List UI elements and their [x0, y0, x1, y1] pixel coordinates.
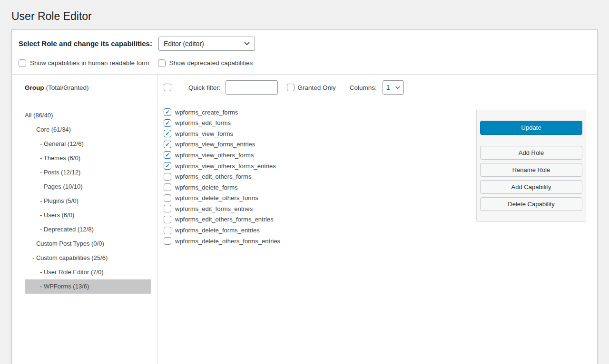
- group-tree-item-label: - User Role Editor (7/0): [40, 268, 104, 276]
- capability-name: wpforms_edit_others_forms: [175, 173, 251, 180]
- quick-filter-label: Quick filter:: [188, 84, 221, 91]
- columns-label: Columns:: [350, 84, 377, 91]
- capability-name: wpforms_view_others_forms_entries: [175, 163, 276, 170]
- group-tree-item-label: - Plugins (5/0): [40, 197, 79, 204]
- capability-checkbox[interactable]: [164, 237, 171, 245]
- group-tree-item-core[interactable]: - Core (61/34): [25, 123, 151, 137]
- role-select[interactable]: Editor (editor): [158, 37, 255, 51]
- capability-checkbox[interactable]: [164, 119, 171, 127]
- capability-checkbox[interactable]: [164, 227, 171, 234]
- capability-name: wpforms_create_forms: [175, 109, 238, 116]
- capability-checkbox[interactable]: [164, 108, 171, 116]
- group-tree-item-label: - Custom capabilities (25/6): [32, 254, 108, 261]
- options-row: Show capabilities in human readable form…: [12, 51, 597, 74]
- capability-name: wpforms_delete_forms_entries: [175, 227, 260, 234]
- add-role-button[interactable]: Add Role: [480, 146, 582, 160]
- human-readable-label[interactable]: Show capabilities in human readable form: [30, 59, 149, 67]
- group-tree-item-custom-capabilities[interactable]: - Custom capabilities (25/6): [25, 251, 151, 265]
- group-tree-item-all[interactable]: All (86/40): [25, 108, 151, 123]
- capability-name: wpforms_delete_others_forms_entries: [175, 238, 280, 245]
- role-select-label: Select Role and change its capabilities:: [19, 39, 152, 48]
- group-tree-item-deprecated[interactable]: - Deprecated (12/8): [25, 222, 151, 237]
- group-tree-item-general[interactable]: - General (12/6): [25, 137, 151, 151]
- show-deprecated-label[interactable]: Show deprecated capabilities: [169, 59, 253, 67]
- group-tree-item-label: - General (12/6): [40, 140, 84, 147]
- group-tree-item-label: - Custom Post Types (0/0): [32, 240, 104, 247]
- groups-sidebar: Group (Total/Granted) All (86/40)- Core …: [12, 75, 157, 364]
- role-select-value: Editor (editor): [164, 40, 204, 48]
- capability-checkbox[interactable]: [164, 194, 171, 202]
- capability-name: wpforms_view_forms: [175, 130, 233, 137]
- actions-panel: Update Add RoleRename RoleAdd Capability…: [476, 110, 586, 222]
- capability-checkbox[interactable]: [164, 216, 171, 223]
- group-tree: All (86/40)- Core (61/34)- General (12/6…: [12, 101, 157, 294]
- group-tree-item-custom-post-types[interactable]: - Custom Post Types (0/0): [25, 237, 151, 251]
- granted-only-checkbox[interactable]: [287, 84, 295, 91]
- human-readable-checkbox[interactable]: [19, 59, 26, 67]
- group-tree-item-pages[interactable]: - Pages (10/10): [25, 180, 151, 194]
- group-tree-item-user-role-editor[interactable]: - User Role Editor (7/0): [25, 265, 151, 279]
- group-tree-item-label: All (86/40): [25, 112, 53, 119]
- rename-role-button[interactable]: Rename Role: [480, 163, 582, 177]
- group-tree-item-label: - Deprecated (12/8): [40, 226, 94, 233]
- group-tree-item-label: - Posts (12/12): [40, 169, 80, 176]
- capability-row: wpforms_delete_forms_entries: [164, 225, 597, 236]
- admin-wrap: User Role Editor Select Role and change …: [0, 0, 609, 364]
- group-tree-item-plugins[interactable]: - Plugins (5/0): [25, 194, 151, 208]
- capability-name: wpforms_edit_forms: [175, 119, 231, 126]
- capability-name: wpforms_view_forms_entries: [175, 141, 255, 148]
- group-tree-item-posts[interactable]: - Posts (12/12): [25, 165, 151, 180]
- capability-name: wpforms_edit_others_forms_entries: [175, 216, 274, 223]
- quick-filter-input[interactable]: [226, 80, 278, 95]
- capability-name: wpforms_view_others_forms: [175, 152, 254, 159]
- capability-checkbox[interactable]: [164, 162, 171, 170]
- capability-name: wpforms_edit_forms_entries: [175, 205, 253, 212]
- chevron-down-icon: [395, 86, 400, 89]
- group-tree-item-label: - WPForms (13/6): [40, 283, 89, 290]
- groups-header-title: Group: [25, 84, 44, 91]
- editor-main: Group (Total/Granted) All (86/40)- Core …: [12, 74, 597, 364]
- delete-capability-button[interactable]: Delete Capability: [480, 197, 582, 211]
- select-all-checkbox[interactable]: [164, 84, 171, 91]
- columns-select-value: 1: [386, 84, 390, 91]
- group-tree-item-label: - Users (6/0): [40, 211, 74, 219]
- secondary-actions: Add RoleRename RoleAdd CapabilityDelete …: [480, 146, 582, 211]
- group-tree-item-users[interactable]: - Users (6/0): [25, 208, 151, 222]
- group-tree-item-label: - Core (61/34): [32, 126, 71, 133]
- page-title: User Role Editor: [11, 10, 598, 23]
- add-capability-button[interactable]: Add Capability: [480, 180, 582, 194]
- capability-name: wpforms_delete_others_forms: [175, 194, 258, 201]
- capability-checkbox[interactable]: [164, 173, 171, 181]
- role-select-row: Select Role and change its capabilities:…: [12, 30, 597, 51]
- main-panel: Select Role and change its capabilities:…: [11, 29, 598, 364]
- capability-checkbox[interactable]: [164, 151, 171, 159]
- show-deprecated-checkbox[interactable]: [158, 59, 166, 67]
- capability-checkbox[interactable]: [164, 141, 171, 148]
- capability-checkbox[interactable]: [164, 130, 171, 137]
- group-tree-item-label: - Themes (6/0): [40, 154, 80, 162]
- capability-name: wpforms_delete_forms: [175, 184, 238, 191]
- chevron-down-icon: [244, 42, 250, 46]
- columns-select[interactable]: 1: [383, 80, 404, 95]
- granted-only-label[interactable]: Granted Only: [298, 84, 336, 91]
- group-tree-item-wpforms[interactable]: - WPForms (13/6): [25, 279, 151, 294]
- filter-row: Quick filter: Granted Only Columns: 1: [157, 75, 597, 101]
- update-button[interactable]: Update: [480, 121, 582, 135]
- group-tree-item-label: - Pages (10/10): [40, 183, 83, 190]
- group-tree-item-themes[interactable]: - Themes (6/0): [25, 151, 151, 165]
- capability-checkbox[interactable]: [164, 183, 171, 191]
- capabilities-body: wpforms_create_forms wpforms_edit_forms …: [157, 101, 597, 364]
- groups-header-suffix: (Total/Granted): [46, 84, 89, 91]
- capability-row: wpforms_delete_others_forms_entries: [164, 236, 597, 247]
- capability-checkbox[interactable]: [164, 205, 171, 212]
- groups-header: Group (Total/Granted): [12, 75, 157, 101]
- capabilities-area: Quick filter: Granted Only Columns: 1 wp…: [157, 75, 597, 364]
